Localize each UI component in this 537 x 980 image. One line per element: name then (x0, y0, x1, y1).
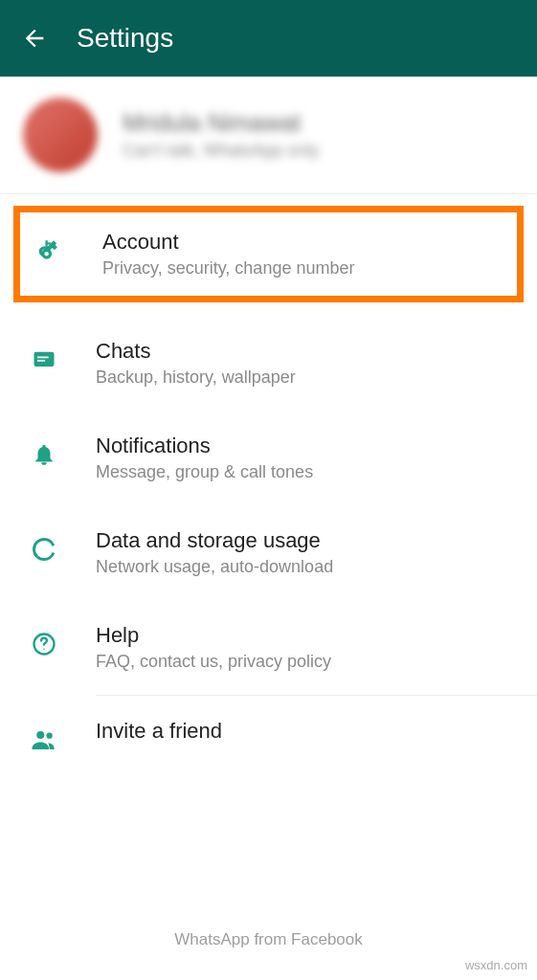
profile-name: Mridula Nimawat (123, 109, 320, 137)
item-data-storage[interactable]: Data and storage usage Network usage, au… (0, 505, 537, 600)
item-sub: Message, group & call tones (96, 462, 313, 482)
profile-row[interactable]: Mridula Nimawat Can't talk, WhatsApp onl… (0, 77, 537, 194)
svg-point-9 (43, 649, 44, 650)
profile-texts: Mridula Nimawat Can't talk, WhatsApp onl… (123, 109, 320, 161)
item-sub: Network usage, auto-download (96, 557, 333, 577)
svg-rect-4 (34, 352, 55, 367)
people-icon (29, 724, 59, 755)
profile-status: Can't talk, WhatsApp only (123, 141, 320, 161)
settings-screen: Settings Mridula Nimawat Can't talk, Wha… (0, 0, 537, 980)
item-sub: Backup, history, wallpaper (96, 368, 296, 388)
back-button[interactable] (19, 23, 50, 54)
svg-point-1 (45, 252, 49, 256)
svg-point-7 (34, 540, 55, 560)
bell-icon (29, 439, 59, 470)
data-usage-icon (29, 534, 59, 565)
item-notifications[interactable]: Notifications Message, group & call tone… (0, 411, 537, 505)
svg-rect-3 (46, 242, 51, 244)
item-title: Account (102, 230, 354, 255)
settings-list: Account Privacy, security, change number… (0, 194, 537, 778)
item-help[interactable]: Help FAQ, contact us, privacy policy (0, 600, 537, 695)
item-sub: FAQ, contact us, privacy policy (96, 652, 331, 672)
chat-icon (29, 345, 59, 375)
svg-rect-5 (37, 357, 49, 359)
item-sub: Privacy, security, change number (102, 258, 354, 278)
item-title: Help (96, 623, 331, 648)
watermark: wsxdn.com (465, 958, 527, 972)
item-title: Invite a friend (96, 719, 222, 744)
svg-point-10 (36, 731, 44, 739)
help-icon (29, 629, 59, 659)
page-title: Settings (77, 23, 173, 54)
item-title: Data and storage usage (96, 528, 333, 553)
svg-rect-2 (46, 240, 48, 251)
item-invite[interactable]: Invite a friend (0, 696, 537, 778)
svg-point-11 (47, 733, 53, 739)
item-title: Chats (96, 339, 296, 364)
item-account[interactable]: Account Privacy, security, change number (13, 206, 524, 302)
arrow-back-icon (21, 25, 48, 52)
item-title: Notifications (96, 434, 313, 458)
app-header: Settings (0, 0, 537, 77)
item-chats[interactable]: Chats Backup, history, wallpaper (0, 316, 537, 411)
svg-rect-6 (37, 360, 45, 362)
avatar (23, 98, 98, 172)
key-icon (35, 235, 66, 266)
footer-text: WhatsApp from Facebook (0, 930, 537, 949)
